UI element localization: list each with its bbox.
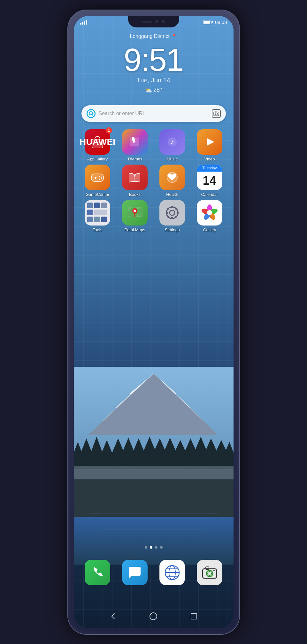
dock-item-browser[interactable] <box>155 560 190 585</box>
dock-icon-camera <box>197 560 222 585</box>
app-label-books: Books <box>129 192 141 197</box>
dock <box>79 560 228 585</box>
svg-point-61 <box>170 210 175 215</box>
svg-rect-48 <box>94 203 100 208</box>
weather-display: ⛅ 28° <box>74 87 234 94</box>
signal-bar-4 <box>86 20 87 25</box>
app-item-health[interactable]: Health <box>155 165 190 197</box>
svg-point-43 <box>99 176 100 177</box>
phone-device: 08:08 Longgang District 📍 9:51 Tue, Jun … <box>67 10 240 635</box>
phone-screen: 08:08 Longgang District 📍 9:51 Tue, Jun … <box>74 16 234 628</box>
app-icon-themes <box>122 129 148 155</box>
date-display: Tue, Jun 14 <box>74 77 234 84</box>
app-item-tools[interactable]: Tools <box>80 200 115 232</box>
svg-line-30 <box>92 114 93 115</box>
signal-bar-2 <box>82 22 83 25</box>
water-ripples <box>74 501 234 565</box>
dock-item-phone[interactable] <box>80 560 115 585</box>
app-label-petalmaps: Petal Maps <box>124 227 145 232</box>
notch-sensor <box>142 21 152 23</box>
dock-item-camera[interactable] <box>192 560 227 585</box>
svg-point-86 <box>150 613 157 620</box>
app-icon-gamecenter <box>85 165 110 190</box>
svg-point-83 <box>208 572 211 575</box>
svg-rect-50 <box>87 210 93 215</box>
app-label-tools: Tools <box>93 227 102 232</box>
app-label-calendar: Calendar <box>201 192 218 197</box>
svg-text:♪: ♪ <box>171 138 174 146</box>
nav-back-button[interactable] <box>107 611 119 622</box>
svg-point-75 <box>207 210 212 215</box>
dock-icon-browser <box>159 560 185 585</box>
search-input[interactable]: Search or enter URL <box>99 111 209 116</box>
camera-search-icon[interactable] <box>212 109 221 118</box>
svg-rect-63 <box>171 217 173 219</box>
signal-bar-3 <box>84 21 85 25</box>
svg-point-45 <box>99 179 100 180</box>
app-item-settings[interactable]: Settings <box>155 200 190 232</box>
svg-rect-65 <box>177 212 179 214</box>
status-time: 08:08 <box>215 19 227 25</box>
app-icon-tools <box>85 200 110 226</box>
svg-rect-47 <box>87 203 93 208</box>
svg-rect-49 <box>101 203 107 208</box>
app-icon-calendar: Tuesday 14 <box>197 165 222 190</box>
notch-camera <box>155 20 158 23</box>
battery-icon <box>203 20 213 24</box>
page-dot-1[interactable] <box>145 546 147 549</box>
location-display: Longgang District 📍 <box>74 33 234 40</box>
app-label-gamecenter: GameCenter <box>86 192 109 197</box>
svg-rect-23 <box>74 466 234 479</box>
svg-rect-52 <box>87 217 93 222</box>
app-item-calendar[interactable]: Tuesday 14 Calendar <box>192 165 227 197</box>
dock-item-messages[interactable] <box>117 560 152 585</box>
app-item-music[interactable]: ♪ Music <box>155 129 190 161</box>
svg-rect-54 <box>101 217 107 222</box>
svg-point-58 <box>134 210 136 212</box>
dock-icon-phone <box>85 560 110 585</box>
nav-home-button[interactable] <box>148 611 159 622</box>
app-row-1: HUAWEI 1 AppGallery <box>79 129 228 161</box>
app-label-music: Music <box>167 157 178 161</box>
page-dot-4[interactable] <box>160 546 163 549</box>
app-item-appgallery[interactable]: HUAWEI 1 AppGallery <box>80 129 115 161</box>
app-item-gallery[interactable]: Gallery <box>192 200 227 232</box>
app-icon-music: ♪ <box>159 129 185 155</box>
app-label-health: Health <box>166 192 178 197</box>
weather-icon: ⛅ <box>145 87 152 94</box>
app-label-video: Video <box>204 157 215 161</box>
signal-bar-1 <box>80 23 81 25</box>
app-icon-petalmaps <box>122 200 148 226</box>
app-item-video[interactable]: Video <box>192 129 227 161</box>
app-item-petalmaps[interactable]: Petal Maps <box>117 200 152 232</box>
app-icon-books <box>122 165 148 190</box>
app-icon-settings <box>159 200 185 226</box>
app-item-themes[interactable]: Themes <box>117 129 152 161</box>
app-label-gallery: Gallery <box>203 227 216 232</box>
app-icon-health <box>159 165 185 190</box>
nav-recents-button[interactable] <box>188 611 200 622</box>
app-icon-gallery <box>197 200 222 226</box>
app-item-books[interactable]: Books <box>117 165 152 197</box>
search-bar[interactable]: Search or enter URL <box>81 105 226 122</box>
svg-rect-87 <box>191 613 197 619</box>
calendar-day-label: Tuesday <box>197 165 222 172</box>
svg-point-44 <box>101 177 102 179</box>
nav-bar <box>74 611 234 622</box>
app-icon-appgallery: HUAWEI 1 <box>85 129 110 155</box>
calendar-day-num: 14 <box>197 172 222 190</box>
temperature: 28° <box>153 87 162 93</box>
svg-rect-53 <box>94 217 100 222</box>
svg-rect-64 <box>166 212 168 214</box>
svg-rect-34 <box>92 139 103 148</box>
notch-camera-2 <box>162 20 165 23</box>
clock-display: 9:51 <box>74 41 234 78</box>
page-dot-2[interactable] <box>150 546 152 549</box>
page-dot-3[interactable] <box>155 546 157 549</box>
svg-point-85 <box>213 570 215 571</box>
appgallery-badge: 1 <box>106 127 112 134</box>
app-item-gamecenter[interactable]: GameCenter <box>80 165 115 197</box>
dock-icon-messages <box>122 560 148 585</box>
svg-point-32 <box>215 113 217 115</box>
app-icon-video <box>197 129 222 155</box>
